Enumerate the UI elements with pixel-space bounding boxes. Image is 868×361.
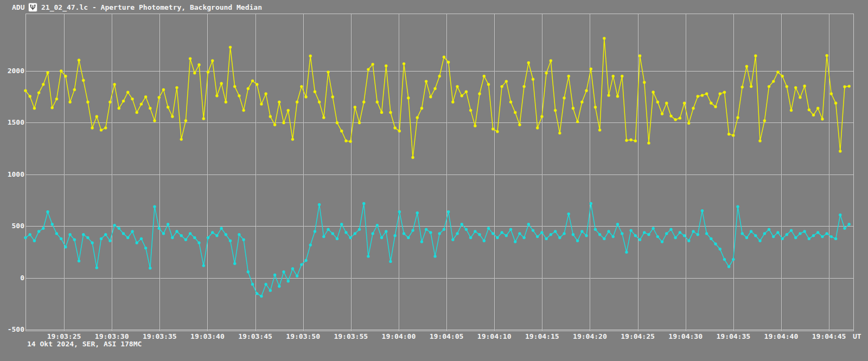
data-point xyxy=(73,88,76,91)
light-curve-plot[interactable] xyxy=(0,0,868,361)
data-point xyxy=(425,80,427,82)
x-tick-label: 19:03:50 xyxy=(279,332,328,341)
x-tick-label: 19:04:40 xyxy=(757,332,806,341)
data-point xyxy=(215,234,218,237)
data-point xyxy=(518,124,521,126)
data-point xyxy=(665,102,668,105)
data-point xyxy=(532,78,534,81)
data-point xyxy=(149,267,151,269)
data-point xyxy=(229,240,232,242)
data-point xyxy=(171,236,174,239)
x-tick-label: 19:04:35 xyxy=(709,332,758,341)
data-point xyxy=(456,85,458,88)
data-point xyxy=(812,114,815,117)
data-point xyxy=(153,205,156,208)
data-point xyxy=(95,115,98,118)
data-point xyxy=(545,237,547,240)
data-point xyxy=(202,264,205,267)
data-point xyxy=(496,236,499,239)
data-point xyxy=(705,92,708,95)
data-point xyxy=(786,233,788,236)
x-tick-label: 19:04:20 xyxy=(565,332,614,341)
data-point xyxy=(287,280,290,282)
data-point xyxy=(438,75,441,78)
data-point xyxy=(669,114,672,117)
data-point xyxy=(225,233,227,236)
data-point xyxy=(140,102,143,105)
data-point xyxy=(380,236,383,239)
data-point xyxy=(260,102,263,105)
data-point xyxy=(367,68,369,70)
data-point xyxy=(60,69,62,72)
data-point xyxy=(211,231,214,234)
data-point xyxy=(278,101,280,104)
data-point xyxy=(465,228,468,231)
data-point xyxy=(100,128,103,131)
data-point xyxy=(794,86,797,89)
y-tick-label: 500 xyxy=(3,222,24,230)
data-point xyxy=(478,233,481,236)
data-point xyxy=(371,232,374,235)
data-point xyxy=(362,202,365,205)
data-point xyxy=(193,236,196,239)
data-point xyxy=(229,46,232,48)
data-point xyxy=(616,95,619,98)
data-point xyxy=(736,205,739,208)
data-point xyxy=(242,109,245,112)
x-tick-label: 19:04:45 xyxy=(805,332,853,341)
y-tick-label: 2000 xyxy=(3,67,24,75)
data-point xyxy=(282,270,285,273)
data-point xyxy=(149,107,151,109)
data-point xyxy=(376,101,379,104)
data-point xyxy=(24,236,27,239)
data-point xyxy=(362,101,365,104)
data-point xyxy=(371,63,374,66)
data-point xyxy=(478,92,481,95)
data-point xyxy=(839,214,841,216)
data-point xyxy=(153,119,156,122)
data-point xyxy=(514,111,516,114)
data-point xyxy=(705,232,708,235)
data-point xyxy=(697,233,699,236)
data-point xyxy=(848,223,851,225)
data-point xyxy=(29,233,31,236)
data-point xyxy=(256,83,258,86)
data-point xyxy=(786,85,788,88)
data-point xyxy=(331,232,334,235)
data-point xyxy=(416,116,419,119)
data-point xyxy=(572,107,575,109)
data-point xyxy=(790,109,793,112)
data-point xyxy=(269,289,272,292)
data-point xyxy=(447,210,450,213)
data-point xyxy=(367,255,369,257)
data-point xyxy=(652,91,654,93)
data-point xyxy=(247,270,250,273)
data-point xyxy=(469,236,472,239)
data-point xyxy=(451,101,454,104)
data-point xyxy=(118,227,120,230)
data-point xyxy=(162,88,165,91)
data-point xyxy=(438,232,441,235)
data-point xyxy=(803,230,806,233)
data-point xyxy=(443,56,445,59)
data-point xyxy=(500,231,503,234)
data-point xyxy=(643,81,646,83)
data-point xyxy=(42,227,44,230)
x-tick-label: 19:04:10 xyxy=(470,332,519,341)
data-point xyxy=(91,126,93,129)
data-point xyxy=(202,117,205,120)
data-point xyxy=(411,156,414,159)
data-point xyxy=(745,236,748,239)
data-point xyxy=(327,70,329,73)
data-point xyxy=(197,241,200,244)
y-tick-label: 1500 xyxy=(3,118,24,127)
data-point xyxy=(447,61,450,63)
data-point xyxy=(82,233,85,236)
data-point xyxy=(126,236,129,239)
data-point xyxy=(505,234,508,237)
data-point xyxy=(242,238,245,241)
data-point xyxy=(171,115,174,118)
data-point xyxy=(184,119,187,122)
data-point xyxy=(825,54,828,57)
data-point xyxy=(314,91,316,93)
